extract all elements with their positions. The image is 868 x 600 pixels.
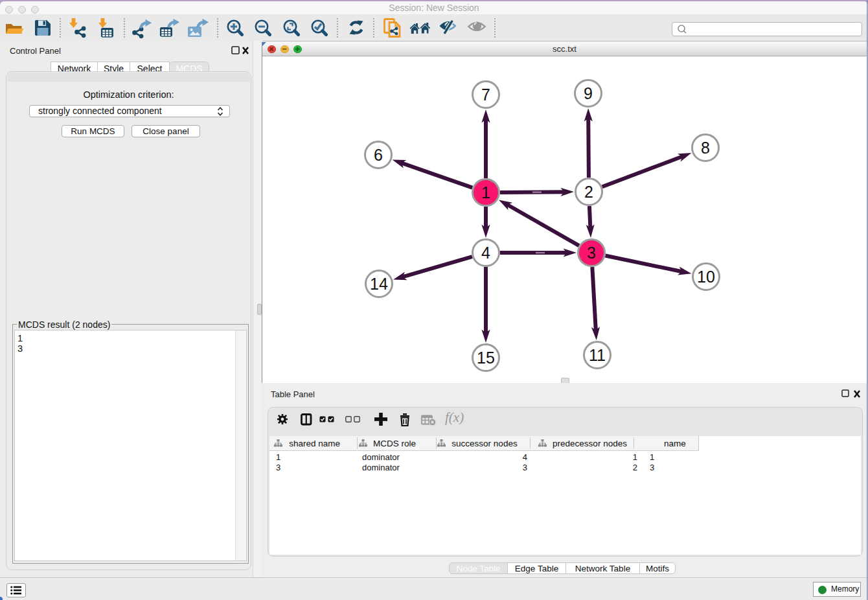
svg-text:1: 1 (481, 183, 490, 202)
svg-text:4: 4 (481, 244, 490, 262)
svg-text:3: 3 (587, 244, 596, 262)
svg-text:2: 2 (584, 183, 593, 201)
svg-text:9: 9 (584, 84, 593, 102)
svg-text:6: 6 (374, 146, 383, 164)
svg-text:8: 8 (701, 139, 710, 157)
svg-text:11: 11 (589, 346, 606, 364)
svg-text:14: 14 (370, 275, 388, 293)
svg-text:10: 10 (697, 268, 715, 286)
svg-text:15: 15 (477, 349, 495, 367)
svg-text:7: 7 (481, 86, 490, 104)
